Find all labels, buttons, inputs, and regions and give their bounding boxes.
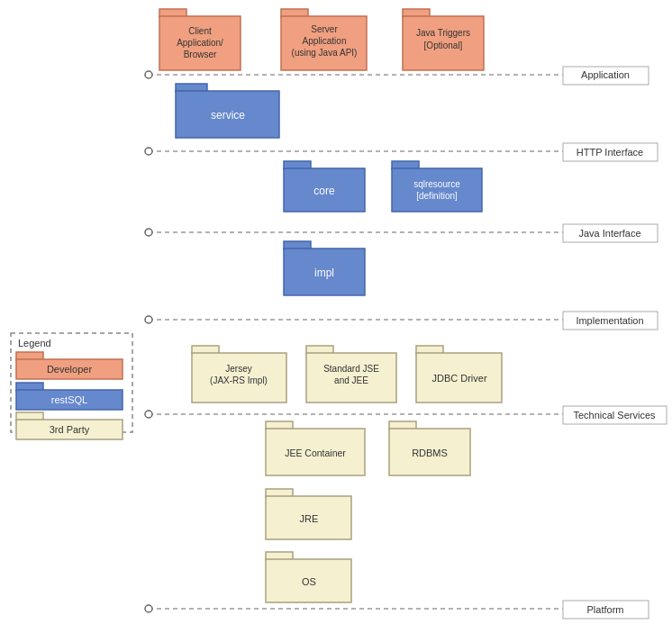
svg-text:Jersey: Jersey (225, 364, 251, 374)
svg-point-13 (145, 316, 152, 323)
svg-text:OS: OS (302, 576, 316, 587)
svg-text:Implementation: Implementation (576, 315, 643, 326)
svg-text:Technical Services: Technical Services (573, 410, 656, 420)
svg-text:and JEE: and JEE (334, 375, 368, 385)
svg-text:restSQL: restSQL (51, 394, 87, 405)
svg-text:HTTP Interface: HTTP Interface (577, 147, 643, 158)
svg-text:[definition]: [definition] (416, 191, 458, 201)
svg-text:Application/: Application/ (177, 38, 223, 48)
svg-text:Java Interface: Java Interface (578, 228, 640, 239)
svg-text:Legend: Legend (18, 338, 51, 348)
svg-text:(JAX-RS Impl): (JAX-RS Impl) (210, 375, 268, 385)
svg-text:Server: Server (311, 24, 338, 34)
svg-rect-45 (392, 168, 482, 212)
svg-point-9 (145, 229, 152, 236)
svg-text:JDBC Driver: JDBC Driver (431, 373, 486, 384)
svg-text:(using Java API): (using Java API) (292, 48, 358, 58)
svg-text:Platform: Platform (587, 604, 624, 615)
svg-point-5 (145, 148, 152, 155)
svg-point-21 (145, 605, 152, 612)
svg-point-1 (145, 71, 152, 78)
svg-text:JRE: JRE (300, 513, 319, 524)
svg-text:Browser: Browser (184, 50, 217, 59)
svg-text:Application: Application (303, 36, 347, 46)
diagram: Application HTTP Interface Java Interfac… (0, 0, 672, 633)
svg-text:JEE Container: JEE Container (285, 448, 346, 458)
svg-text:[Optional]: [Optional] (424, 41, 463, 50)
svg-text:sqlresource: sqlresource (413, 179, 460, 189)
svg-text:Java Triggers: Java Triggers (416, 28, 470, 38)
svg-text:core: core (313, 185, 335, 197)
svg-text:service: service (211, 109, 245, 122)
svg-point-17 (145, 411, 152, 418)
svg-text:Developer: Developer (47, 364, 92, 375)
diagram-svg: Application HTTP Interface Java Interfac… (0, 0, 672, 633)
svg-text:impl: impl (314, 267, 334, 279)
svg-text:Standard JSE: Standard JSE (323, 364, 379, 374)
svg-text:Application: Application (581, 69, 630, 80)
svg-text:Client: Client (188, 26, 212, 36)
svg-text:RDBMS: RDBMS (412, 448, 448, 458)
svg-text:3rd Party: 3rd Party (50, 424, 90, 435)
